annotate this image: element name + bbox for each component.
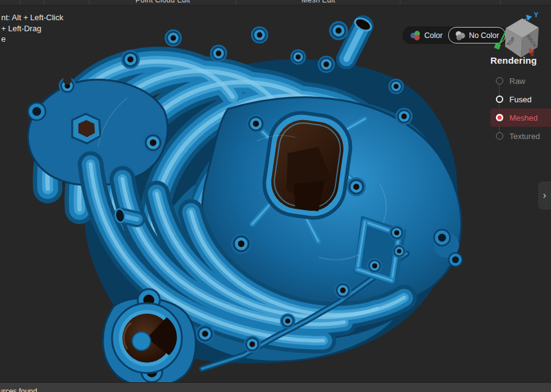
hint-line-3: e bbox=[1, 34, 64, 45]
tab-divider bbox=[89, 0, 89, 5]
tab-divider bbox=[43, 0, 44, 5]
color-button[interactable]: Color bbox=[405, 28, 448, 43]
radio-meshed[interactable] bbox=[496, 114, 503, 121]
tab-point-cloud-edit[interactable]: Point Cloud Edit bbox=[116, 0, 209, 4]
radio-fused-label: Fused bbox=[509, 95, 531, 104]
hint-line-2: + Left-Drag bbox=[1, 23, 64, 34]
left-stub-port bbox=[114, 208, 137, 223]
rendering-option-raw[interactable]: Raw bbox=[490, 72, 551, 90]
status-bar: urces found bbox=[0, 382, 551, 392]
scan-app-window: nt: Alt + Left-Click + Left-Drag e Color bbox=[0, 0, 551, 392]
top-tab-bar: Point Cloud Edit Mesh Edit bbox=[0, 0, 551, 6]
viewport-3d[interactable]: nt: Alt + Left-Click + Left-Drag e Color bbox=[0, 5, 551, 383]
radio-textured-label: Textured bbox=[509, 132, 540, 141]
hint-line-1: nt: Alt + Left-Click bbox=[1, 12, 64, 23]
view-cube[interactable]: TOP BACK X Y bbox=[493, 7, 550, 61]
tab-mesh-edit[interactable]: Mesh Edit bbox=[277, 0, 360, 4]
rendering-panel: Rendering Raw Fused Meshed Textured bbox=[490, 55, 549, 145]
rgb-circles-icon bbox=[410, 31, 421, 40]
status-text: urces found bbox=[0, 387, 551, 392]
radio-meshed-label: Meshed bbox=[509, 113, 538, 123]
rendering-option-textured[interactable]: Textured bbox=[490, 127, 551, 145]
rendering-panel-title: Rendering bbox=[490, 55, 549, 66]
tab-divider bbox=[500, 0, 501, 5]
chevron-right-icon: › bbox=[543, 190, 546, 200]
radio-raw[interactable] bbox=[496, 77, 503, 85]
y-axis-arrow bbox=[526, 15, 532, 21]
color-button-label: Color bbox=[424, 31, 443, 40]
rendering-options-list: Raw Fused Meshed Textured bbox=[490, 72, 549, 145]
tab-divider bbox=[236, 0, 236, 5]
rendering-option-meshed[interactable]: Meshed bbox=[490, 108, 551, 127]
radio-fused[interactable] bbox=[496, 96, 503, 103]
tab-divider bbox=[400, 0, 400, 5]
radio-textured[interactable] bbox=[496, 132, 503, 140]
y-axis-label: Y bbox=[534, 11, 539, 18]
intake-manifold-mesh[interactable] bbox=[0, 5, 551, 383]
vacuum-pipe bbox=[347, 16, 373, 59]
panel-collapse-handle[interactable]: › bbox=[538, 181, 551, 209]
gray-circles-icon bbox=[455, 31, 465, 40]
tab-divider bbox=[20, 0, 20, 5]
rendering-option-fused[interactable]: Fused bbox=[490, 90, 551, 108]
radio-raw-label: Raw bbox=[509, 77, 525, 86]
color-mode-toggle: Color No Color bbox=[402, 26, 508, 44]
shortcut-hints: nt: Alt + Left-Click + Left-Drag e bbox=[1, 12, 64, 45]
